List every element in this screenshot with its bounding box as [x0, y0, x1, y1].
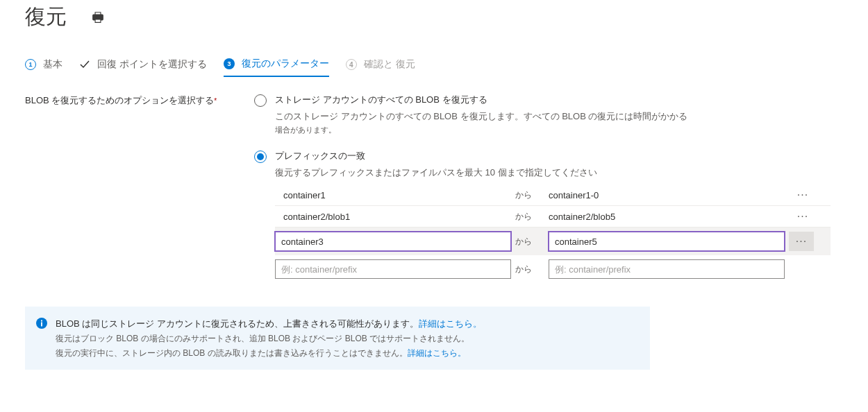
step-restore-params[interactable]: 3 復元のパラメーター	[224, 58, 329, 77]
svg-rect-2	[41, 320, 42, 322]
prefix-row: container2/blob1 から container2/blob5 ···	[275, 206, 831, 228]
step-number-icon: 1	[25, 59, 36, 70]
print-icon[interactable]	[92, 11, 104, 24]
row-more-icon[interactable]: ···	[796, 235, 807, 248]
from-label: から	[515, 211, 544, 223]
from-label: から	[515, 236, 544, 248]
info-banner: BLOB は同じストレージ アカウントに復元されるため、上書きされる可能性があり…	[25, 307, 650, 370]
prefix-to: container2/blob5	[549, 212, 785, 222]
restore-option-label: BLOB を復元するためのオプションを選択する*	[25, 94, 233, 108]
prefix-table: container1 から container1-0 ··· container…	[275, 184, 831, 283]
step-label: 確認と 復元	[364, 58, 415, 71]
svg-rect-1	[41, 323, 42, 327]
prefix-to-input[interactable]	[549, 259, 785, 279]
prefix-row: container1 から container1-0 ···	[275, 184, 831, 206]
from-label: から	[515, 189, 544, 201]
prefix-from-input[interactable]	[275, 232, 511, 251]
from-label: から	[515, 264, 544, 275]
radio-restore-all[interactable]	[254, 94, 267, 107]
radio-restore-all-desc: このストレージ アカウントのすべての BLOB を復元します。すべての BLOB…	[275, 110, 775, 136]
info-line-1: BLOB は同じストレージ アカウントに復元されるため、上書きされる可能性があり…	[56, 316, 482, 332]
radio-prefix-match[interactable]	[254, 151, 267, 163]
prefix-row-new: から	[275, 255, 831, 283]
prefix-row-editing: から ···	[275, 228, 831, 255]
step-number-icon: 4	[346, 59, 357, 70]
step-number-icon: 3	[224, 58, 235, 69]
prefix-from: container2/blob1	[275, 212, 511, 222]
row-more-icon[interactable]: ···	[789, 210, 817, 223]
prefix-from: container1	[275, 190, 511, 200]
info-line-2: 復元はブロック BLOB の場合にのみサポートされ、追加 BLOB およびページ…	[56, 332, 482, 345]
step-review-restore: 4 確認と 復元	[346, 58, 415, 76]
prefix-from-input[interactable]	[275, 259, 511, 279]
required-star-icon: *	[214, 97, 217, 105]
step-label: 基本	[43, 58, 62, 71]
page-title: 復元	[25, 3, 67, 31]
prefix-to-input[interactable]	[549, 232, 785, 251]
step-label: 復元のパラメーター	[242, 58, 329, 70]
row-more-icon[interactable]: ···	[789, 189, 817, 201]
info-line-3: 復元の実行中に、ストレージ内の BLOB の読み取りまたは書き込みを行うことはで…	[56, 346, 482, 360]
step-basic[interactable]: 1 基本	[25, 58, 62, 76]
step-recovery-point[interactable]: 回復 ポイントを選択する	[79, 58, 207, 76]
radio-restore-all-label: ストレージ アカウントのすべての BLOB を復元する	[275, 94, 487, 106]
wizard-stepper: 1 基本 回復 ポイントを選択する 3 復元のパラメーター 4 確認と 復元	[25, 58, 843, 77]
step-label: 回復 ポイントを選択する	[97, 58, 207, 71]
info-icon	[36, 318, 47, 329]
checkmark-icon	[79, 59, 90, 70]
learn-more-link[interactable]: 詳細はこちら。	[419, 318, 482, 329]
prefix-to: container1-0	[549, 190, 785, 200]
radio-prefix-match-desc: 復元するプレフィックスまたはファイルパスを最大 10 個まで指定してください	[275, 166, 775, 180]
learn-more-link[interactable]: 詳細はこちら。	[408, 348, 466, 358]
radio-prefix-match-label: プレフィックスの一致	[275, 150, 365, 162]
